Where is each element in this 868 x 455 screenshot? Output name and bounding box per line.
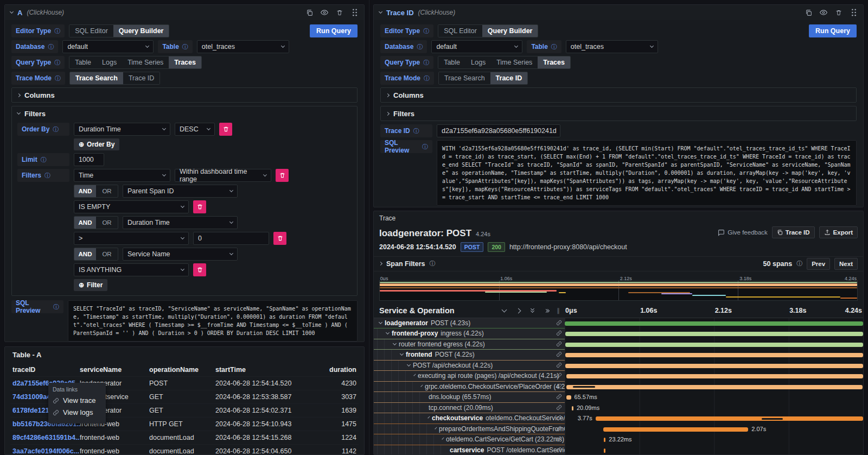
link-icon[interactable] (556, 436, 562, 442)
condition-field-select[interactable]: Duration Time (123, 216, 238, 229)
info-icon[interactable]: ⓘ (41, 156, 47, 164)
info-icon[interactable]: ⓘ (54, 59, 60, 67)
link-icon[interactable] (556, 372, 562, 378)
trace-id-option[interactable]: Trace ID (123, 72, 159, 84)
collapse-all-icon[interactable] (529, 307, 537, 314)
span-gantt-bar[interactable] (572, 406, 573, 410)
span-collapse-icon[interactable] (407, 363, 411, 366)
duplicate-icon[interactable] (305, 9, 313, 16)
span-name-cell[interactable]: executing api route (pages) /api/checkou… (374, 371, 565, 382)
span-name-cell[interactable]: router frontend egress (4.22s) (374, 339, 565, 350)
link-icon[interactable] (556, 426, 562, 432)
span-row[interactable]: prepareOrderItemsAndShippingQuoteFromCar… (374, 424, 863, 435)
span-gantt-bar[interactable] (565, 332, 863, 336)
link-icon[interactable] (556, 405, 562, 410)
span-row[interactable]: executing api route (pages) /api/checkou… (374, 371, 863, 382)
database-select[interactable]: default (62, 40, 154, 53)
span-collapse-icon[interactable] (413, 374, 416, 376)
info-icon[interactable]: ⓘ (422, 143, 428, 151)
expand-all-icon[interactable] (543, 307, 551, 314)
info-icon[interactable]: ⓘ (796, 260, 802, 268)
link-icon[interactable] (556, 383, 562, 389)
add-filter-button[interactable]: ⊕Filter (74, 279, 107, 291)
export-button[interactable]: Export (819, 226, 858, 238)
trace-search-option[interactable]: Trace Search (70, 72, 123, 84)
query-type-table[interactable]: Table (69, 56, 97, 68)
span-timeline-cell[interactable] (565, 318, 863, 329)
span-row[interactable]: loadgeneratorPOST (4.23s) (374, 318, 863, 329)
span-collapse-icon[interactable] (427, 416, 430, 419)
span-row[interactable]: cartservicePOST /oteldemo.CartService/Ge… (374, 445, 863, 455)
span-gantt-bar[interactable] (566, 385, 863, 389)
panel-collapse-icon[interactable] (379, 10, 382, 14)
col-header-duration[interactable]: duration (298, 366, 356, 374)
span-timeline-cell[interactable] (565, 371, 863, 382)
condition-field-select[interactable]: Parent Span ID (123, 185, 238, 198)
condition-field-select[interactable]: Service Name (123, 248, 238, 261)
span-filters-chevron[interactable] (379, 262, 382, 266)
panel-collapse-icon[interactable] (10, 10, 14, 14)
span-gantt-bar[interactable] (604, 448, 605, 453)
table-select[interactable]: otel_traces (197, 40, 289, 53)
filter-value-select[interactable]: Within dashboard time range (175, 169, 271, 182)
columns-section-header[interactable]: Columns (12, 88, 357, 102)
span-timeline-cell[interactable] (565, 328, 863, 339)
span-name-cell[interactable]: checkoutserviceoteldemo.CheckoutService/… (374, 413, 565, 424)
span-timeline-cell[interactable] (565, 361, 863, 371)
info-icon[interactable]: ⓘ (423, 27, 429, 35)
span-filters-label[interactable]: Span Filters (386, 260, 425, 268)
span-gantt-bar[interactable] (565, 321, 863, 326)
columns-section-header[interactable]: Columns (381, 88, 856, 102)
span-gantt-bar[interactable] (565, 353, 863, 357)
span-gantt-bar[interactable] (596, 416, 863, 421)
trace-id-input[interactable]: d2a7155ef6a928a05680e5ff6190241d (437, 124, 560, 137)
column-resize-handle[interactable]: ∥ (557, 307, 561, 314)
table-row[interactable]: 3aa7acfe0194f006c...frontend-webdocument… (10, 444, 359, 455)
info-icon[interactable]: ⓘ (54, 27, 60, 35)
query-type-logs[interactable]: Logs (97, 56, 122, 68)
filters-section-header[interactable]: Filters (12, 106, 357, 121)
and-option[interactable]: AND (74, 248, 96, 260)
order-by-direction-select[interactable]: DESC (175, 123, 215, 136)
query-builder-option[interactable]: Query Builder (113, 25, 169, 37)
or-option[interactable]: OR (96, 185, 118, 197)
info-icon[interactable]: ⓘ (53, 303, 59, 311)
span-row[interactable]: POST /api/checkout (4.22s) (374, 361, 863, 371)
prev-button[interactable]: Prev (807, 258, 830, 270)
sql-editor-option[interactable]: SQL Editor (69, 25, 113, 37)
span-timeline-cell[interactable]: 2.07s (565, 424, 863, 435)
span-gantt-bar[interactable] (566, 395, 571, 400)
info-icon[interactable]: ⓘ (424, 74, 430, 83)
trace-id-link[interactable]: 89cf4286e631591b4... (12, 434, 80, 441)
query-type-timeseries[interactable]: Time Series (122, 56, 169, 68)
span-row[interactable]: dns.lookup (65.57ms)65.57ms (374, 392, 863, 403)
and-option[interactable]: AND (74, 217, 96, 229)
database-select[interactable]: default (431, 40, 522, 53)
panel-a-header[interactable]: A (ClickHouse) (5, 5, 364, 20)
or-option[interactable]: OR (96, 248, 118, 260)
link-icon[interactable] (556, 394, 562, 400)
limit-input[interactable]: 1000 (74, 153, 104, 166)
info-icon[interactable]: ⓘ (423, 59, 429, 67)
span-timeline-cell[interactable] (565, 339, 863, 350)
trace-minimap[interactable]: 0μs1.06s2.12s3.18s4.24s (379, 274, 858, 301)
info-icon[interactable]: ⓘ (48, 43, 54, 51)
span-name-cell[interactable]: POST /api/checkout (4.22s) (374, 361, 565, 371)
eye-icon[interactable] (321, 9, 328, 16)
filter-field-select[interactable]: Time (74, 169, 170, 182)
query-type-traces[interactable]: Traces (169, 56, 201, 68)
link-icon[interactable] (556, 320, 562, 326)
remove-condition-button[interactable] (193, 200, 206, 213)
trash-icon[interactable] (835, 9, 843, 16)
span-timeline-cell[interactable] (565, 350, 863, 361)
link-icon[interactable] (556, 447, 562, 453)
run-query-button[interactable]: Run Query (310, 24, 358, 37)
info-icon[interactable]: ⓘ (417, 43, 423, 51)
span-row[interactable]: checkoutserviceoteldemo.CheckoutService/… (374, 413, 863, 424)
span-row[interactable]: frontend-proxyingress (4.22s) (374, 328, 863, 339)
add-order-by-button[interactable]: ⊕Order By (74, 138, 119, 150)
span-name-cell[interactable]: loadgeneratorPOST (4.23s) (374, 318, 565, 329)
remove-order-by-button[interactable] (219, 123, 232, 136)
span-name-cell[interactable]: grpc.oteldemo.CheckoutService/PlaceOrder… (374, 382, 565, 393)
span-row[interactable]: oteldemo.CartService/GetCart (23.22ms)23… (374, 434, 863, 445)
